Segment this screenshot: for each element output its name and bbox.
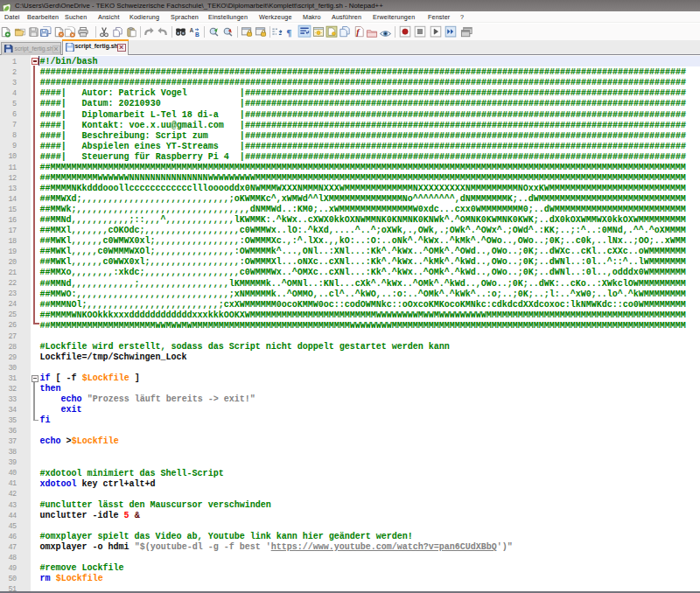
- svg-text:A: A: [189, 27, 193, 33]
- svg-text:¶: ¶: [286, 27, 291, 38]
- svg-text:B: B: [195, 31, 200, 38]
